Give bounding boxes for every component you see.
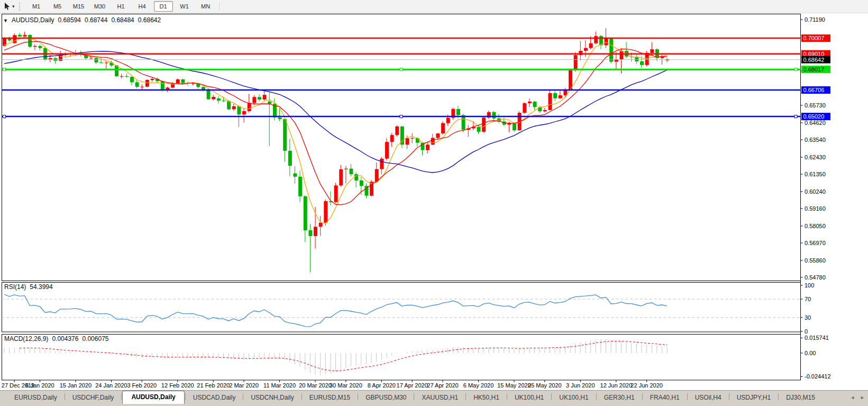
svg-text:0.63540: 0.63540 [805, 137, 826, 143]
svg-text:70: 70 [805, 296, 811, 302]
svg-text:21 Feb 2020: 21 Feb 2020 [197, 382, 230, 389]
tab-separator [687, 393, 688, 400]
timeframe-button-m5[interactable]: M5 [48, 1, 67, 12]
tab-gbpusd-m30[interactable]: GBPUSD,M30 [359, 392, 413, 404]
timeframe-button-d1[interactable]: D1 [154, 1, 173, 12]
cursor-arrow-icon [3, 2, 11, 11]
tab-uk100-h1[interactable]: UK100,H1 [508, 392, 551, 404]
svg-text:20 Mar 2020: 20 Mar 2020 [299, 382, 332, 389]
chart-menu-icon[interactable]: ▼ [3, 18, 8, 23]
svg-text:0.70007: 0.70007 [803, 35, 825, 41]
svg-text:0.015741: 0.015741 [805, 335, 829, 341]
tab-separator [243, 393, 243, 400]
chart-close-value: 0.68642 [138, 16, 161, 24]
svg-text:100: 100 [805, 282, 814, 288]
tab-scroll-right-button[interactable]: ► [860, 395, 865, 400]
tab-usdjpy-h1[interactable]: USDJPY,H1 [730, 392, 778, 404]
svg-text:27 Apr 2020: 27 Apr 2020 [427, 382, 458, 389]
svg-text:15 Jan 2020: 15 Jan 2020 [60, 382, 92, 389]
top-toolbar: ▾ M1M5M15M30H1H4D1W1MN [0, 0, 868, 13]
tab-separator [65, 393, 65, 400]
chart-canvas[interactable]: 0.711900.679200.657300.646200.635400.624… [0, 14, 868, 390]
macd-signal-value: 0.006075 [82, 335, 108, 342]
svg-text:2 Mar 2020: 2 Mar 2020 [229, 382, 259, 389]
chart-tabs: EURUSD,DailyUSDCHF,DailyAUDUSD,DailyUSDC… [7, 391, 822, 404]
cursor-tool-button[interactable]: ▾ [0, 1, 17, 12]
line-handle[interactable] [400, 68, 403, 71]
svg-text:0.68642: 0.68642 [803, 57, 825, 63]
rsi-pane-title: RSI(14)54.3994 [4, 283, 57, 291]
timeframe-button-mn[interactable]: MN [196, 1, 215, 12]
tab-usoil-h4[interactable]: USOil,H4 [688, 392, 728, 404]
line-handle[interactable] [3, 115, 6, 118]
svg-text:0.68017: 0.68017 [803, 66, 825, 73]
line-handle[interactable] [794, 68, 797, 71]
tab-separator [551, 393, 552, 400]
line-handle[interactable] [794, 115, 797, 118]
tab-separator [301, 393, 302, 400]
timeframe-button-m15[interactable]: M15 [69, 1, 88, 12]
rsi-pane-frame [2, 283, 801, 332]
svg-text:15 May 2020: 15 May 2020 [497, 382, 531, 389]
svg-text:0.65730: 0.65730 [805, 102, 826, 109]
tab-audusd-daily[interactable]: AUDUSD,Daily [122, 391, 184, 404]
svg-text:0.61350: 0.61350 [805, 171, 826, 177]
svg-text:0.56970: 0.56970 [805, 240, 826, 246]
timeframe-button-h1[interactable]: H1 [112, 1, 131, 12]
svg-text:3 Jun 2020: 3 Jun 2020 [566, 382, 595, 389]
tab-usdcad-daily[interactable]: USDCAD,Daily [186, 392, 243, 404]
macd-indicator-label: MACD(12,26,9) [4, 335, 48, 342]
timeframe-button-m1[interactable]: M1 [27, 1, 46, 12]
rsi-indicator-label: RSI(14) [4, 283, 26, 291]
svg-text:0.00: 0.00 [805, 350, 816, 356]
svg-text:11 Mar 2020: 11 Mar 2020 [263, 382, 296, 389]
svg-text:3 Feb 2020: 3 Feb 2020 [127, 382, 157, 389]
chart-window: 0.711900.679200.657300.646200.635400.624… [0, 14, 868, 390]
tab-eurusd-daily[interactable]: EURUSD,Daily [7, 392, 64, 404]
tab-dj30-m15[interactable]: DJ30,M15 [779, 392, 822, 404]
tab-fra40-h1[interactable]: FRA40,H1 [643, 392, 687, 404]
toolbar-grip-handle[interactable] [19, 3, 23, 11]
chevron-down-icon: ▾ [12, 4, 15, 9]
svg-text:0.54780: 0.54780 [805, 274, 826, 281]
timeframe-button-w1[interactable]: W1 [175, 1, 194, 12]
tab-usdcnh-daily[interactable]: USDCNH,Daily [244, 392, 300, 404]
tab-uk100-h1[interactable]: UK100,H1 [552, 392, 595, 404]
tab-separator [507, 393, 507, 400]
tab-hk50-h1[interactable]: HK50,H1 [467, 392, 506, 404]
chart-open-value: 0.68594 [58, 16, 81, 24]
svg-text:0.58050: 0.58050 [805, 223, 826, 229]
timeframe-button-h4[interactable]: H4 [133, 1, 152, 12]
rsi-value: 54.3994 [30, 283, 52, 291]
chart-title: ▼AUDUSD,Daily0.685940.687440.684840.6864… [3, 16, 165, 24]
tab-separator [465, 393, 466, 400]
tab-separator [596, 393, 597, 400]
chart-high-value: 0.68744 [85, 16, 107, 24]
tab-usdchf-daily[interactable]: USDCHF,Daily [66, 392, 121, 404]
tab-scroll-left-button[interactable]: ◄ [850, 395, 855, 400]
line-handle[interactable] [3, 68, 6, 71]
date-axis: 27 Dec 20196 Jan 202015 Jan 202024 Jan 2… [2, 380, 663, 389]
svg-text:30 Mar 2020: 30 Mar 2020 [330, 382, 362, 389]
svg-text:12 Jun 2020: 12 Jun 2020 [600, 382, 633, 389]
tab-separator [121, 393, 122, 400]
svg-text:0: 0 [805, 328, 808, 335]
tab-xauusd-h1[interactable]: XAUUSD,H1 [415, 392, 465, 404]
macd-pane-title: MACD(12,26,9)0.0043760.006075 [4, 335, 113, 342]
svg-text:17 Apr 2020: 17 Apr 2020 [397, 382, 428, 389]
svg-text:0.59160: 0.59160 [805, 205, 826, 212]
svg-text:0.60240: 0.60240 [805, 188, 826, 195]
chart-symbol-label: AUDUSD,Daily [12, 16, 54, 24]
svg-text:6 May 2020: 6 May 2020 [463, 382, 494, 389]
svg-text:8 Apr 2020: 8 Apr 2020 [368, 382, 396, 389]
macd-main-value: 0.004376 [52, 335, 78, 342]
svg-text:22 Jun 2020: 22 Jun 2020 [631, 382, 663, 389]
tab-eurusd-m15[interactable]: EURUSD,M15 [303, 392, 357, 404]
svg-text:0.55860: 0.55860 [805, 257, 826, 264]
tab-separator [729, 393, 729, 400]
timeframe-button-m30[interactable]: M30 [90, 1, 109, 12]
svg-text:6 Jan 2020: 6 Jan 2020 [25, 382, 54, 389]
svg-text:0.64620: 0.64620 [805, 120, 826, 126]
tab-ger30-h1[interactable]: GER30,H1 [597, 392, 642, 404]
line-handle[interactable] [400, 115, 403, 118]
